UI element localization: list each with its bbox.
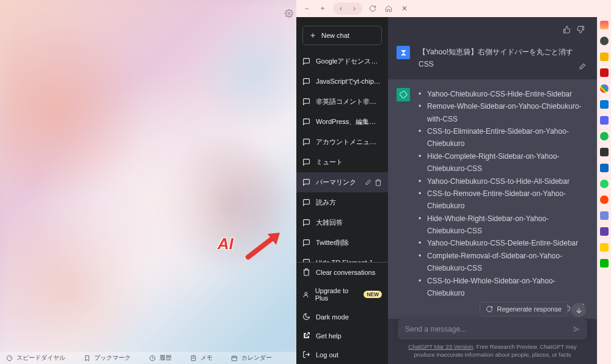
extension-icon[interactable] <box>600 148 609 156</box>
regenerate-button[interactable]: Regenerate response <box>480 302 568 316</box>
send-button[interactable] <box>573 325 581 333</box>
speed-icon <box>6 355 13 362</box>
conversation-label: パーマリンク <box>316 178 359 187</box>
conversation-label: WordPress、編集画面のメディア… <box>316 117 382 126</box>
conversation-item[interactable]: アカウントメニューにリンク追加 (Ad… <box>296 132 388 152</box>
browser-extension-bar <box>597 17 611 364</box>
bottom-bar-item-speed[interactable]: スピードダイヤル <box>6 354 65 362</box>
user-message: 【Yahoo!知恵袋】右側サイドバーを丸ごと消すCSS <box>388 37 597 79</box>
moon-icon <box>302 313 310 321</box>
conversation-item[interactable]: Twitter削除 <box>296 233 388 253</box>
plus-icon <box>309 32 316 39</box>
desktop-bottom-bar: スピードダイヤルブックマーク履歴メモカレンダー <box>0 352 296 364</box>
conversation-item[interactable]: 読み方 <box>296 192 388 213</box>
conversation-item[interactable]: WordPress、編集画面のメディア… <box>296 112 388 132</box>
reload-button[interactable] <box>367 3 378 14</box>
chat-icon <box>302 219 310 227</box>
version-link[interactable]: ChatGPT Mar 23 Version <box>408 343 473 350</box>
extension-icon[interactable] <box>600 68 609 77</box>
extension-icon[interactable] <box>600 132 609 140</box>
list-item: CSS-to-Hide-Whole-Sidebar-on-Yahoo-Chieb… <box>419 275 585 300</box>
chat-icon <box>302 239 310 247</box>
conversation-item[interactable]: Googleアドセンス審査広告 <box>296 51 388 71</box>
extension-icon[interactable] <box>600 211 609 220</box>
chat-icon <box>302 98 310 106</box>
bottom-bar-label: メモ <box>200 354 213 362</box>
chat-icon <box>302 138 310 146</box>
browser-window: − + ‹ › ✕ New chat Googleアドセンス審査広告JavaSc… <box>296 0 611 364</box>
svg-rect-6 <box>232 356 236 360</box>
upgrade-label: Upgrade to Plus <box>315 287 359 302</box>
forward-button[interactable]: › <box>349 3 360 14</box>
extension-icon[interactable] <box>600 100 609 109</box>
bottom-bar-item-history[interactable]: 履歴 <box>149 354 172 362</box>
scroll-to-bottom-button[interactable] <box>571 303 586 318</box>
new-chat-button[interactable]: New chat <box>302 26 382 45</box>
extension-icon[interactable] <box>600 243 609 252</box>
edit-message-button[interactable] <box>578 62 586 73</box>
get-help-button[interactable]: Get help <box>296 326 388 345</box>
zoom-in-button[interactable]: + <box>317 3 328 14</box>
dark-mode-button[interactable]: Dark mode <box>296 307 388 326</box>
conversation-item[interactable]: ミュート <box>296 152 388 172</box>
annotation-arrow-icon <box>244 229 284 264</box>
footer-disclaimer: ChatGPT Mar 23 Version. Free Research Pr… <box>398 340 587 359</box>
chat-icon <box>302 178 310 186</box>
close-tab-button[interactable]: ✕ <box>399 3 410 14</box>
bottom-bar-label: 履歴 <box>159 354 172 362</box>
chat-bottom-area: Regenerate response Send a message... Ch… <box>388 319 597 364</box>
message-feedback-top <box>388 17 597 37</box>
conversation-label: アカウントメニューにリンク追加 (Ad… <box>316 137 382 147</box>
logout-button[interactable]: Log out <box>296 345 388 364</box>
back-button[interactable]: ‹ <box>335 3 346 14</box>
chat-icon <box>302 118 310 126</box>
bottom-bar-item-bookmark[interactable]: ブックマーク <box>84 354 131 362</box>
extension-icon[interactable] <box>600 21 609 29</box>
list-item: Yahoo-Chiebukuro-CSS-to-Hide-All-Sidebar <box>419 175 585 187</box>
new-chat-label: New chat <box>321 32 349 39</box>
list-item: Remove-Whole-Sidebar-on-Yahoo-Chiebukuro… <box>419 100 585 125</box>
clear-conversations-button[interactable]: Clear conversations <box>296 263 388 282</box>
regenerate-label: Regenerate response <box>497 305 562 313</box>
chat-icon <box>302 158 310 166</box>
extension-icon[interactable] <box>600 116 609 125</box>
list-item: Hide-Whole-Right-Sidebar-on-Yahoo-Chiebu… <box>419 213 585 238</box>
extension-icon[interactable] <box>600 164 609 172</box>
conversation-item[interactable]: Hide TR Element JavaScript <box>296 253 388 262</box>
conversation-item[interactable]: 大雑回答 <box>296 213 388 233</box>
upgrade-button[interactable]: Upgrade to Plus NEW <box>296 282 388 307</box>
chat-input[interactable]: Send a message... <box>398 319 587 340</box>
trash-icon[interactable] <box>375 179 382 186</box>
user-message-text: 【Yahoo!知恵袋】右側サイドバーを丸ごと消すCSS <box>419 46 585 71</box>
user-icon <box>302 291 310 299</box>
trash-icon <box>302 268 310 276</box>
extension-icon[interactable] <box>600 37 609 45</box>
bottom-bar-label: ブックマーク <box>94 354 131 362</box>
svg-point-0 <box>288 12 290 15</box>
bottom-bar-item-note[interactable]: メモ <box>190 354 213 362</box>
list-item: Complete-Removal-of-Sidebar-on-Yahoo-Chi… <box>419 250 585 275</box>
chatgpt-app: New chat Googleアドセンス審査広告JavaScriptでyt-ch… <box>296 17 597 364</box>
thumbs-up-icon[interactable] <box>563 26 571 34</box>
chat-icon <box>302 198 310 206</box>
calendar-icon <box>231 355 238 362</box>
extension-icon[interactable] <box>600 53 609 61</box>
logout-label: Log out <box>316 351 338 359</box>
assistant-avatar <box>397 88 410 101</box>
home-button[interactable] <box>383 3 394 14</box>
conversation-label: 読み方 <box>316 198 382 207</box>
edit-icon[interactable] <box>364 179 371 186</box>
extension-icon[interactable] <box>600 180 609 188</box>
conversation-item[interactable]: JavaScriptでyt-chip-cloud-chip <box>296 71 388 92</box>
conversation-item[interactable]: パーマリンク <box>296 172 388 192</box>
extension-icon[interactable] <box>600 259 609 268</box>
extension-icon[interactable] <box>600 84 609 93</box>
thumbs-down-icon[interactable] <box>577 26 585 34</box>
extension-icon[interactable] <box>600 195 609 204</box>
bottom-bar-label: カレンダー <box>241 354 272 362</box>
bottom-bar-item-calendar[interactable]: カレンダー <box>231 354 272 362</box>
zoom-out-button[interactable]: − <box>301 3 312 14</box>
gear-icon[interactable] <box>285 9 293 18</box>
extension-icon[interactable] <box>600 227 609 236</box>
conversation-item[interactable]: 非英語コメント非表示 <box>296 92 388 112</box>
